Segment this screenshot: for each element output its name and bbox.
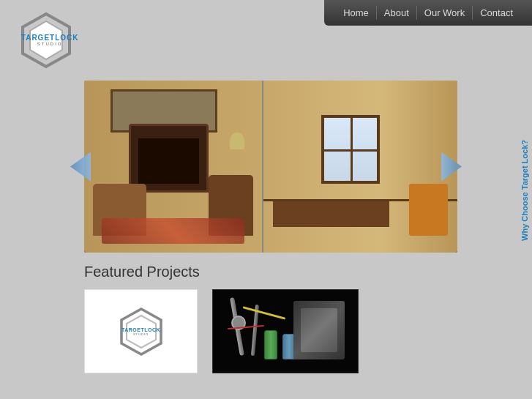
why-choose-text: Why Choose Target Lock? [520,140,529,241]
logo-area: TARGETLOCK STUDIO [15,7,80,73]
mini-hex-logo: TARGETLOCK STUDIO [116,306,167,357]
project-card-logo[interactable]: TARGETLOCK STUDIO [84,289,198,373]
nav-about[interactable]: About [377,6,417,20]
mini-brand: TARGETLOCK [121,327,160,332]
fireplace [129,124,209,193]
window-divider-v [351,118,353,181]
bottle1 [264,330,277,359]
why-choose-sidebar[interactable]: Why Choose Target Lock? [517,132,532,249]
room-scene [84,81,457,253]
rug [102,218,244,244]
projects-grid: TARGETLOCK STUDIO [84,289,457,373]
logo-studio: STUDIO [21,42,79,47]
logo-hex[interactable]: TARGETLOCK STUDIO [17,10,79,72]
arrow-right-icon [441,152,462,182]
cable1 [243,306,286,319]
carousel-next-button[interactable] [441,81,462,253]
nav-bar: Home About Our Work Contact [324,0,532,26]
logo-brand: TARGETLOCK [21,34,79,42]
fireplace-inner [138,138,199,184]
carousel-prev-button[interactable] [70,81,91,253]
mech-detail [293,301,345,359]
room-right [263,81,457,253]
mini-hex-text: TARGETLOCK STUDIO [121,327,160,336]
logo-text: TARGETLOCK STUDIO [21,34,79,47]
arrow-left-icon [70,152,91,182]
window [321,115,380,184]
bench [273,201,389,227]
sci-fi-scene [213,290,358,373]
mech-detail-inner [301,308,337,352]
nav-contact[interactable]: Contact [473,6,520,20]
featured-section: Featured Projects TARGETLOCK STUDIO [84,264,457,373]
carousel-image [84,81,457,253]
mini-studio: STUDIO [121,332,160,336]
carousel [84,81,457,253]
room-left [84,81,263,253]
featured-title: Featured Projects [84,264,457,280]
nav-home[interactable]: Home [336,6,377,20]
project-card-scifi[interactable] [212,289,359,373]
nav-our-work[interactable]: Our Work [417,6,473,20]
wall-lamp [230,133,244,150]
